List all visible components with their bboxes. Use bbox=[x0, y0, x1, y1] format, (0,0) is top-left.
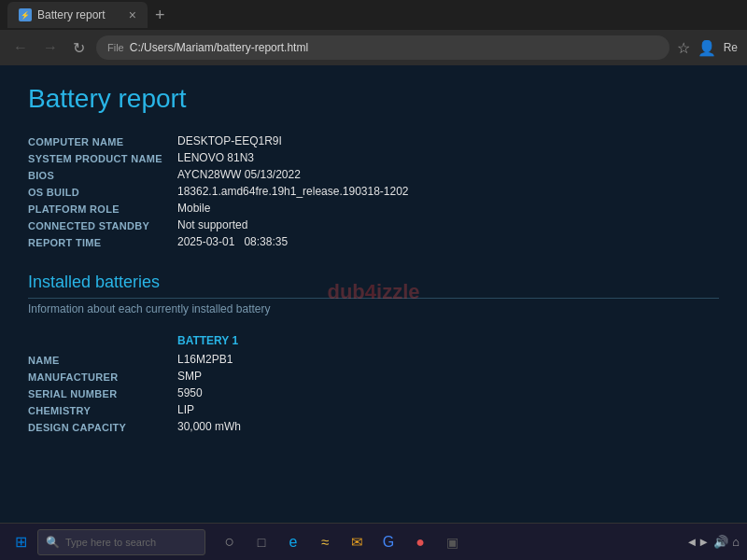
battery-row-name: NAME L16M2PB1 bbox=[28, 351, 719, 368]
info-row-os-build: OS BUILD 18362.1.amd64fre.19h1_release.1… bbox=[28, 183, 719, 200]
value-os-build: 18362.1.amd64fre.19h1_release.190318-120… bbox=[177, 185, 409, 198]
edge-icon: e bbox=[289, 534, 298, 551]
start-button[interactable]: ⊞ bbox=[7, 529, 34, 555]
info-row-system-product: SYSTEM PRODUCT NAME LENOVO 81N3 bbox=[28, 149, 719, 166]
battery-table: BATTERY 1 NAME L16M2PB1 MANUFACTURER SMP… bbox=[28, 330, 719, 435]
value-computer-name: DESKTOP-EEQ1R9I bbox=[177, 134, 282, 147]
battery-row-serial: SERIAL NUMBER 5950 bbox=[28, 385, 719, 401]
battery-value-chemistry: LIP bbox=[177, 403, 364, 416]
battery-label-serial: SERIAL NUMBER bbox=[28, 386, 177, 399]
taskbar-volume-icon[interactable]: 🔊 bbox=[713, 535, 728, 549]
batteries-section-title: Installed batteries bbox=[28, 273, 719, 299]
value-connected-standby: Not supported bbox=[177, 218, 247, 231]
app8-icon: ▣ bbox=[446, 535, 458, 550]
mail-icon: ✉ bbox=[351, 534, 363, 551]
system-info-table: COMPUTER NAME DESKTOP-EEQ1R9I SYSTEM PRO… bbox=[28, 133, 719, 250]
active-tab[interactable]: ⚡ Battery report × bbox=[7, 2, 148, 28]
batteries-section-subtitle: Information about each currently install… bbox=[28, 302, 719, 315]
battery-label-design-capacity: DESIGN CAPACITY bbox=[28, 420, 177, 433]
installed-batteries-section: Installed batteries Information about ea… bbox=[28, 273, 719, 435]
star-icon[interactable]: ☆ bbox=[677, 39, 690, 57]
taskbar-edge-button[interactable]: e bbox=[280, 529, 306, 555]
nav-bar: ← → ↻ File C:/Users/Mariam/battery-repor… bbox=[0, 30, 747, 65]
battery-value-name: L16M2PB1 bbox=[177, 353, 364, 366]
taskbar-app-icons: ○ □ e ≈ ✉ G ● ▣ bbox=[217, 529, 465, 555]
taskbar-search-placeholder: Type here to search bbox=[65, 537, 156, 548]
label-computer-name: COMPUTER NAME bbox=[28, 134, 177, 147]
nav-icons: ☆ 👤 Re bbox=[677, 39, 738, 57]
menu-button[interactable]: Re bbox=[724, 41, 738, 54]
info-row-computer-name: COMPUTER NAME DESKTOP-EEQ1R9I bbox=[28, 133, 719, 149]
battery-label-manufacturer: MANUFACTURER bbox=[28, 370, 177, 383]
taskbar-cortana-button[interactable]: ○ bbox=[217, 529, 243, 555]
value-system-product: LENOVO 81N3 bbox=[177, 151, 254, 164]
taskbar: ⊞ 🔍 Type here to search ○ □ e ≈ ✉ G ● ▣ bbox=[0, 523, 747, 560]
browser-chrome: ⚡ Battery report × + ← → ↻ File C:/Users… bbox=[0, 0, 747, 65]
profile-icon[interactable]: 👤 bbox=[698, 39, 716, 57]
battery-value-serial: 5950 bbox=[177, 386, 364, 399]
taskbar-photos-button[interactable]: ● bbox=[407, 529, 433, 555]
info-row-connected-standby: CONNECTED STANDBY Not supported bbox=[28, 217, 719, 233]
value-platform-role: Mobile bbox=[177, 202, 210, 215]
taskbar-task-view-button[interactable]: □ bbox=[248, 529, 275, 555]
battery-row-design-capacity: DESIGN CAPACITY 30,000 mWh bbox=[28, 418, 719, 435]
taskbar-network-icon[interactable]: ⌂ bbox=[732, 535, 740, 549]
taskbar-chrome-button[interactable]: G bbox=[375, 529, 402, 555]
page-content: Battery report COMPUTER NAME DESKTOP-EEQ… bbox=[0, 65, 747, 523]
label-connected-standby: CONNECTED STANDBY bbox=[28, 218, 177, 231]
label-report-time: REPORT TIME bbox=[28, 235, 177, 248]
info-row-report-time: REPORT TIME 2025-03-01 08:38:35 bbox=[28, 233, 719, 250]
address-bar[interactable]: File C:/Users/Mariam/battery-report.html bbox=[96, 35, 669, 60]
battery-column-header-row: BATTERY 1 bbox=[28, 330, 719, 351]
value-bios: AYCN28WW 05/13/2022 bbox=[177, 168, 301, 181]
new-tab-button[interactable]: + bbox=[148, 6, 173, 25]
address-url: C:/Users/Mariam/battery-report.html bbox=[130, 41, 308, 54]
value-report-time: 2025-03-01 08:38:35 bbox=[177, 235, 288, 248]
battery-row-chemistry: CHEMISTRY LIP bbox=[28, 401, 719, 418]
windows-icon: ⊞ bbox=[15, 533, 27, 551]
files-icon: ≈ bbox=[321, 534, 329, 550]
battery-row-manufacturer: MANUFACTURER SMP bbox=[28, 368, 719, 385]
task-view-icon: □ bbox=[258, 535, 265, 550]
label-bios: BIOS bbox=[28, 168, 177, 181]
forward-button[interactable]: → bbox=[39, 37, 62, 58]
taskbar-files-button[interactable]: ≈ bbox=[312, 529, 338, 555]
back-button[interactable]: ← bbox=[9, 37, 32, 58]
refresh-button[interactable]: ↻ bbox=[69, 37, 89, 59]
label-os-build: OS BUILD bbox=[28, 185, 177, 198]
taskbar-app8-button[interactable]: ▣ bbox=[439, 529, 465, 555]
tab-bar: ⚡ Battery report × + bbox=[0, 0, 747, 30]
battery-value-manufacturer: SMP bbox=[177, 370, 364, 383]
info-row-bios: BIOS AYCN28WW 05/13/2022 bbox=[28, 166, 719, 183]
taskbar-right: ◄► 🔊 ⌂ bbox=[685, 535, 740, 549]
tab-title: Battery report bbox=[37, 8, 106, 21]
battery-header-spacer bbox=[28, 334, 177, 347]
info-row-platform-role: PLATFORM ROLE Mobile bbox=[28, 200, 719, 217]
taskbar-search-box[interactable]: 🔍 Type here to search bbox=[37, 529, 205, 555]
taskbar-search-icon: 🔍 bbox=[46, 536, 60, 549]
tab-favicon: ⚡ bbox=[19, 8, 32, 21]
taskbar-audio-icon[interactable]: ◄► bbox=[685, 535, 710, 549]
cortana-icon: ○ bbox=[225, 532, 235, 552]
label-platform-role: PLATFORM ROLE bbox=[28, 202, 177, 215]
battery-label-chemistry: CHEMISTRY bbox=[28, 403, 177, 416]
tab-close-button[interactable]: × bbox=[129, 7, 136, 22]
battery-value-design-capacity: 30,000 mWh bbox=[177, 420, 364, 433]
photos-icon: ● bbox=[416, 534, 425, 551]
label-system-product: SYSTEM PRODUCT NAME bbox=[28, 151, 177, 164]
chrome-icon: G bbox=[383, 534, 394, 551]
page-title: Battery report bbox=[28, 84, 719, 114]
taskbar-mail-button[interactable]: ✉ bbox=[344, 529, 370, 555]
address-prefix: File bbox=[107, 42, 124, 53]
battery-label-name: NAME bbox=[28, 353, 177, 366]
battery-column-header: BATTERY 1 bbox=[177, 334, 364, 347]
